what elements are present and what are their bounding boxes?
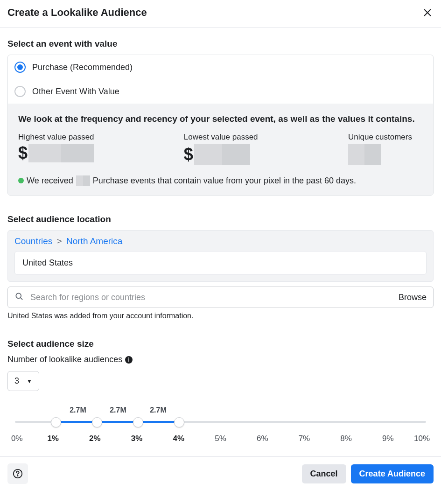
breadcrumb-separator: > bbox=[57, 236, 62, 246]
event-section-title: Select an event with value bbox=[7, 39, 434, 49]
tick-2: 2% bbox=[74, 434, 116, 443]
received-prefix: We received bbox=[27, 176, 73, 186]
help-button[interactable] bbox=[7, 463, 28, 484]
radio-purchase[interactable]: Purchase (Recommended) bbox=[8, 55, 433, 79]
location-chip[interactable]: United States bbox=[14, 251, 427, 275]
svg-line-1 bbox=[21, 298, 22, 300]
dialog-title: Create a Lookalike Audience bbox=[7, 7, 147, 19]
stat-label: Lowest value passed bbox=[184, 133, 259, 142]
size-label-1: 2.7M bbox=[58, 406, 98, 414]
radio-label: Purchase (Recommended) bbox=[32, 63, 133, 72]
num-audiences-dropdown[interactable]: 3 ▼ bbox=[7, 371, 39, 391]
tick-4: 4% bbox=[158, 434, 200, 443]
dialog-header: Create a Lookalike Audience bbox=[0, 0, 441, 28]
redacted-value bbox=[194, 144, 250, 165]
close-icon bbox=[422, 7, 433, 18]
num-audiences-label-row: Number of lookalike audiences i bbox=[7, 355, 434, 364]
dialog-footer: Cancel Create Audience bbox=[0, 456, 441, 490]
tick-8: 8% bbox=[325, 434, 367, 443]
radio-label: Other Event With Value bbox=[32, 87, 119, 97]
tick-0: 0% bbox=[11, 434, 32, 443]
svg-point-3 bbox=[17, 476, 18, 476]
radio-icon bbox=[14, 62, 26, 73]
dollar-icon: $ bbox=[184, 146, 193, 163]
redacted-value bbox=[76, 175, 90, 186]
search-icon bbox=[14, 292, 24, 303]
location-search[interactable]: Browse bbox=[7, 287, 434, 308]
size-label-2: 2.7M bbox=[98, 406, 138, 414]
radio-other-event[interactable]: Other Event With Value bbox=[8, 79, 433, 104]
tick-9: 9% bbox=[367, 434, 409, 443]
events-received-line: We received Purchase events that contain… bbox=[18, 175, 423, 186]
slider-size-labels: 2.7M 2.7M 2.7M bbox=[11, 406, 430, 414]
stat-label: Highest value passed bbox=[18, 133, 94, 142]
caret-down-icon: ▼ bbox=[27, 378, 32, 385]
radio-icon bbox=[14, 86, 26, 97]
close-button[interactable] bbox=[421, 7, 434, 19]
info-icon[interactable]: i bbox=[125, 356, 133, 364]
slider-track[interactable] bbox=[15, 417, 426, 427]
cancel-button[interactable]: Cancel bbox=[302, 464, 346, 483]
slider-handle-4[interactable] bbox=[174, 417, 184, 427]
size-section-title: Select audience size bbox=[7, 339, 434, 349]
tick-7: 7% bbox=[283, 434, 325, 443]
event-box: Purchase (Recommended) Other Event With … bbox=[7, 55, 434, 196]
slider-handle-3[interactable] bbox=[133, 417, 143, 427]
breadcrumb-countries[interactable]: Countries bbox=[14, 236, 52, 246]
stat-highest: Highest value passed $ bbox=[18, 133, 94, 165]
location-section-title: Select audience location bbox=[7, 214, 434, 224]
breadcrumb-region[interactable]: North America bbox=[66, 236, 122, 246]
size-slider: 2.7M 2.7M 2.7M 0% 1% 2% 3% 4% 5% 6% 7% 8… bbox=[7, 406, 434, 443]
tick-5: 5% bbox=[200, 434, 242, 443]
size-label-3: 2.7M bbox=[138, 406, 178, 414]
help-icon bbox=[13, 469, 23, 479]
location-helper-text: United States was added from your accoun… bbox=[7, 312, 434, 320]
tick-3: 3% bbox=[116, 434, 158, 443]
redacted-value bbox=[348, 144, 381, 165]
num-audiences-label: Number of lookalike audiences bbox=[7, 355, 122, 364]
slider-handle-2[interactable] bbox=[92, 417, 102, 427]
tick-6: 6% bbox=[241, 434, 283, 443]
slider-ticks: 0% 1% 2% 3% 4% 5% 6% 7% 8% 9% 10% bbox=[11, 434, 430, 443]
num-audiences-value: 3 bbox=[14, 376, 19, 386]
location-box: Countries > North America United States bbox=[7, 230, 434, 282]
stat-lowest: Lowest value passed $ bbox=[184, 133, 259, 165]
stats-headline: We look at the frequency and recency of … bbox=[18, 114, 423, 124]
location-search-input[interactable] bbox=[29, 292, 393, 303]
received-suffix: Purchase events that contain value from … bbox=[93, 176, 356, 186]
tick-10: 10% bbox=[409, 434, 430, 443]
dollar-icon: $ bbox=[18, 145, 28, 161]
create-audience-button[interactable]: Create Audience bbox=[351, 464, 434, 483]
location-breadcrumb: Countries > North America bbox=[14, 236, 427, 246]
redacted-value bbox=[28, 144, 94, 162]
stat-label: Unique customers bbox=[348, 133, 423, 142]
browse-link[interactable]: Browse bbox=[399, 293, 427, 302]
slider-handle-1[interactable] bbox=[51, 417, 61, 427]
status-dot-icon bbox=[18, 178, 24, 183]
stat-unique: Unique customers bbox=[348, 133, 423, 165]
stats-panel: We look at the frequency and recency of … bbox=[8, 104, 433, 195]
tick-1: 1% bbox=[32, 434, 74, 443]
